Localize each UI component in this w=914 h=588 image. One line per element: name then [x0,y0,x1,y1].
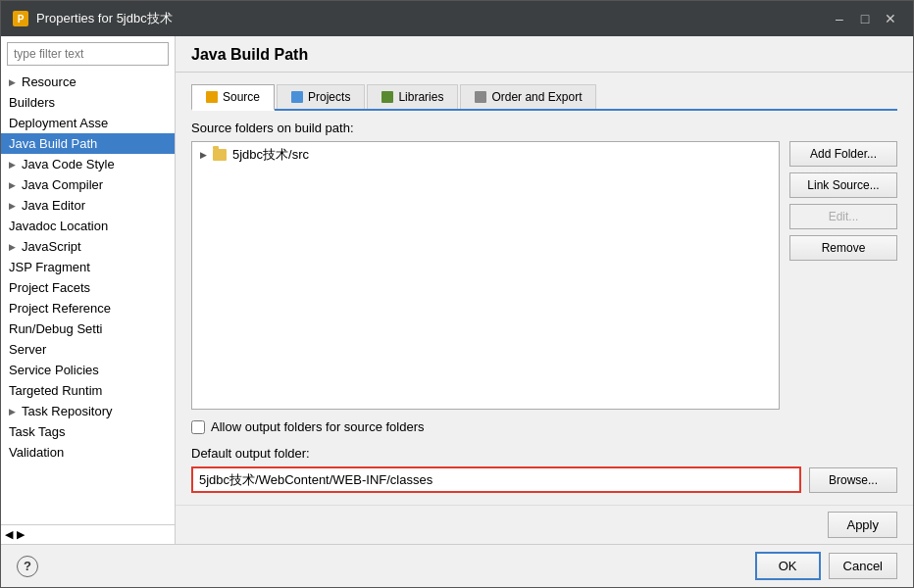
panel-body: SourceProjectsLibrariesOrder and Export … [176,73,913,505]
bottom-left: ? [17,556,38,577]
order-export-tab-icon [475,91,486,103]
tab-order-export[interactable]: Order and Export [460,84,596,109]
source-tab-icon [206,91,218,103]
dialog-title: Properties for 5jdbc技术 [36,10,173,27]
sidebar-item-project-facets[interactable]: Project Facets [1,277,175,298]
sidebar-item-deployment[interactable]: Deployment Asse [1,113,175,133]
output-folder-input[interactable] [191,466,801,493]
panel-actions: Apply [176,505,913,544]
content-area: ResourceBuildersDeployment AsseJava Buil… [1,36,913,544]
source-tab-label: Source [223,90,260,104]
sidebar-item-java-editor[interactable]: Java Editor [1,195,175,216]
close-button[interactable]: ✕ [880,8,901,29]
main-panel: Java Build Path SourceProjectsLibrariesO… [176,36,913,544]
libraries-tab-icon [381,91,393,103]
sidebar-item-javadoc[interactable]: Javadoc Location [1,216,175,236]
sidebar-item-java-code-style[interactable]: Java Code Style [1,154,175,174]
tree-item-label: 5jdbc技术/src [232,146,309,164]
sidebar-bottom: ◀ ▶ [1,524,175,544]
allow-output-checkbox[interactable] [191,420,205,434]
sidebar-item-java-compiler[interactable]: Java Compiler [1,174,175,195]
tabs-bar: SourceProjectsLibrariesOrder and Export [191,84,897,111]
sidebar: ResourceBuildersDeployment AsseJava Buil… [1,36,176,544]
sidebar-item-task-tags[interactable]: Task Tags [1,421,175,442]
scroll-right-icon[interactable]: ▶ [17,528,25,541]
libraries-tab-label: Libraries [398,90,443,104]
sidebar-item-run-debug[interactable]: Run/Debug Setti [1,318,175,339]
browse-button[interactable]: Browse... [809,467,897,493]
apply-button[interactable]: Apply [828,512,897,538]
link-source-button[interactable]: Link Source... [789,172,897,198]
action-buttons: Add Folder... Link Source... Edit... Rem… [789,141,897,410]
scroll-left-icon[interactable]: ◀ [5,528,13,541]
tree-arrow-icon: ▶ [200,150,207,160]
sidebar-item-server[interactable]: Server [1,339,175,360]
add-folder-button[interactable]: Add Folder... [789,141,897,167]
folder-icon [213,149,227,161]
main-content: ▶ 5jdbc技术/src Add Folder... Link Source.… [191,141,897,410]
source-folders-label: Source folders on build path: [191,121,897,135]
filter-input[interactable] [7,42,169,66]
properties-dialog: P Properties for 5jdbc技术 – □ ✕ ResourceB… [0,0,914,588]
source-tree: ▶ 5jdbc技术/src [191,141,780,410]
minimize-button[interactable]: – [829,8,850,29]
remove-button[interactable]: Remove [789,235,897,261]
title-controls: – □ ✕ [829,8,901,29]
tab-projects[interactable]: Projects [277,84,365,109]
sidebar-item-validation[interactable]: Validation [1,442,175,463]
bottom-right: OK Cancel [755,552,897,580]
sidebar-item-java-build-path[interactable]: Java Build Path [1,133,175,154]
sidebar-item-jsp-fragment[interactable]: JSP Fragment [1,257,175,277]
tab-libraries[interactable]: Libraries [367,84,458,109]
output-folder-label: Default output folder: [191,446,897,461]
output-section: Default output folder: Browse... [191,446,897,493]
sidebar-list: ResourceBuildersDeployment AsseJava Buil… [1,72,175,524]
help-button[interactable]: ? [17,556,38,577]
order-export-tab-label: Order and Export [491,90,582,104]
sidebar-item-javascript[interactable]: JavaScript [1,236,175,257]
tab-source[interactable]: Source [191,84,275,111]
sidebar-item-task-repository[interactable]: Task Repository [1,401,175,421]
title-bar-left: P Properties for 5jdbc技术 [13,10,173,27]
edit-button[interactable]: Edit... [789,204,897,229]
checkbox-area: Allow output folders for source folders [191,419,897,434]
checkbox-label: Allow output folders for source folders [211,419,425,434]
tree-item[interactable]: ▶ 5jdbc技术/src [192,142,779,168]
ok-button[interactable]: OK [755,552,821,580]
projects-tab-label: Projects [308,90,350,104]
sidebar-item-resource[interactable]: Resource [1,72,175,92]
dialog-icon: P [13,11,28,26]
maximize-button[interactable]: □ [854,8,876,29]
bottom-bar: ? OK Cancel [1,544,913,587]
cancel-button[interactable]: Cancel [829,553,897,579]
sidebar-item-project-references[interactable]: Project Reference [1,298,175,318]
projects-tab-icon [291,91,303,103]
sidebar-item-targeted-runtime[interactable]: Targeted Runtim [1,380,175,401]
sidebar-item-service-policies[interactable]: Service Policies [1,360,175,380]
sidebar-item-builders[interactable]: Builders [1,92,175,113]
title-bar: P Properties for 5jdbc技术 – □ ✕ [1,1,913,36]
output-row: Browse... [191,466,897,493]
panel-title: Java Build Path [176,36,913,73]
